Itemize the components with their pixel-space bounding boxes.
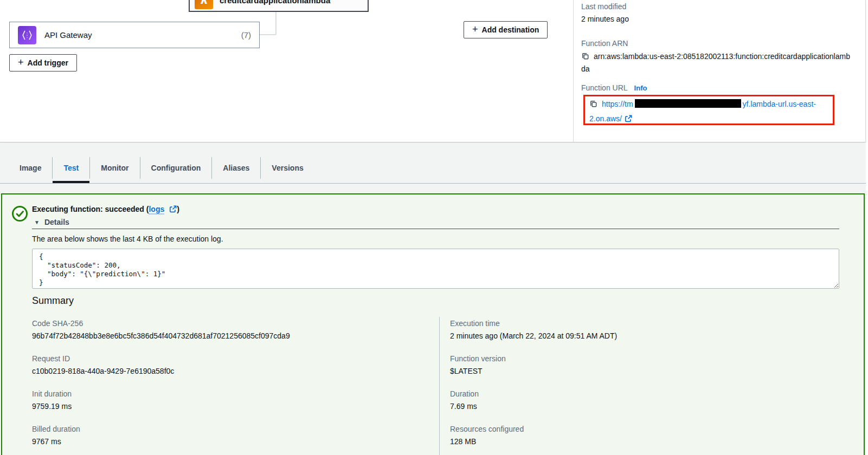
field-value: c10b0219-818a-440a-9429-7e6190a58f0c bbox=[32, 366, 412, 376]
trigger-node-label: API Gateway bbox=[44, 30, 92, 40]
tab-monitor[interactable]: Monitor bbox=[90, 157, 139, 183]
node-connector-vertical bbox=[275, 12, 277, 35]
copy-icon[interactable] bbox=[589, 99, 597, 112]
logs-link[interactable]: logs bbox=[149, 205, 164, 214]
function-node-label: creditcardapplicationlambda bbox=[220, 0, 330, 5]
field-value: 7.69 ms bbox=[450, 401, 830, 412]
redaction-bar bbox=[635, 99, 741, 108]
tab-configuration[interactable]: Configuration bbox=[140, 157, 212, 183]
field-value: $LATEST bbox=[450, 366, 830, 376]
api-gateway-icon bbox=[18, 26, 36, 44]
add-trigger-button[interactable]: + Add trigger bbox=[9, 54, 77, 72]
info-link[interactable]: Info bbox=[634, 84, 647, 92]
field-label: Billed duration bbox=[32, 424, 412, 434]
add-destination-button[interactable]: + Add destination bbox=[464, 21, 548, 38]
function-tabs: Image Test Monitor Configuration Aliases… bbox=[9, 157, 314, 183]
last-modified-label: Last modified bbox=[581, 2, 626, 12]
node-connector-horizontal bbox=[260, 34, 276, 35]
details-divider bbox=[32, 229, 839, 229]
log-description: The area below shows the last 4 KB of th… bbox=[32, 233, 223, 244]
trigger-count-badge: (7) bbox=[241, 30, 251, 40]
summary-heading: Summary bbox=[32, 295, 74, 307]
status-text-start: Executing function: succeeded ( bbox=[32, 205, 149, 213]
caret-down-icon: ▼ bbox=[34, 219, 40, 225]
function-arn-row: arn:aws:lambda:us-east-2:085182002113:fu… bbox=[581, 51, 852, 75]
tab-aliases[interactable]: Aliases bbox=[212, 157, 260, 183]
function-url-link[interactable]: https://tmyf.lambda-url.us-east-2.on.aws… bbox=[589, 100, 816, 123]
summary-field-billed-duration: Billed duration 9767 ms bbox=[32, 424, 412, 447]
lambda-function-page: λ creditcardapplicationlambda API Gatewa… bbox=[0, 0, 868, 455]
function-node[interactable]: λ creditcardapplicationlambda bbox=[189, 0, 369, 12]
function-url-highlight-box: https://tmyf.lambda-url.us-east-2.on.aws… bbox=[583, 95, 834, 125]
last-modified-value: 2 minutes ago bbox=[581, 14, 629, 24]
add-destination-label: Add destination bbox=[482, 25, 539, 34]
overview-panel-divider bbox=[573, 0, 574, 142]
summary-column-divider bbox=[439, 317, 440, 455]
field-value: 128 MB bbox=[450, 436, 830, 447]
field-label: Resources configured bbox=[450, 424, 830, 434]
summary-field-init-duration: Init duration 9759.19 ms bbox=[32, 388, 412, 412]
add-trigger-label: Add trigger bbox=[28, 58, 68, 67]
execution-status-heading: Executing function: succeeded (logs ) bbox=[32, 204, 179, 216]
details-label: Details bbox=[44, 218, 69, 226]
summary-field-code-sha: Code SHA-256 96b74f72b42848bb3e8e6bc5fc3… bbox=[32, 318, 412, 341]
trigger-node-api-gateway[interactable]: API Gateway (7) bbox=[9, 22, 260, 48]
summary-field-execution-time: Execution time 2 minutes ago (March 22, … bbox=[450, 318, 830, 341]
field-label: Init duration bbox=[32, 388, 412, 399]
tab-image[interactable]: Image bbox=[9, 157, 52, 183]
function-url-label: Function URL bbox=[581, 83, 628, 93]
summary-field-resources-configured: Resources configured 128 MB bbox=[450, 424, 830, 447]
field-value: 9759.19 ms bbox=[32, 401, 412, 412]
copy-icon[interactable] bbox=[581, 52, 589, 63]
function-overview-card: λ creditcardapplicationlambda API Gatewa… bbox=[0, 0, 866, 142]
function-arn-label: Function ARN bbox=[581, 38, 628, 49]
summary-field-function-version: Function version $LATEST bbox=[450, 353, 830, 376]
tab-versions[interactable]: Versions bbox=[261, 157, 314, 183]
details-expander[interactable]: ▼ Details bbox=[34, 218, 69, 226]
summary-field-request-id: Request ID c10b0219-818a-440a-9429-7e619… bbox=[32, 353, 412, 376]
summary-left-column: Code SHA-256 96b74f72b42848bb3e8e6bc5fc3… bbox=[32, 318, 412, 455]
external-link-icon[interactable] bbox=[169, 205, 177, 216]
function-url-prefix: https://tm bbox=[602, 100, 633, 108]
field-value: 9767 ms bbox=[32, 436, 412, 447]
summary-right-column: Execution time 2 minutes ago (March 22, … bbox=[450, 318, 830, 455]
field-label: Code SHA-256 bbox=[32, 318, 412, 329]
plus-icon: + bbox=[18, 57, 24, 67]
external-link-icon[interactable] bbox=[625, 113, 632, 127]
function-arn-value: arn:aws:lambda:us-east-2:085182002113:fu… bbox=[581, 52, 850, 73]
status-text-end: ) bbox=[177, 205, 179, 213]
field-label: Execution time bbox=[450, 318, 830, 329]
lambda-icon: λ bbox=[195, 0, 213, 9]
tabs-bottom-border bbox=[0, 183, 866, 184]
success-check-icon bbox=[11, 205, 28, 224]
field-label: Function version bbox=[450, 353, 830, 364]
field-label: Request ID bbox=[32, 353, 412, 364]
field-value: 2 minutes ago (March 22, 2024 at 09:51 A… bbox=[450, 330, 830, 341]
tab-test[interactable]: Test bbox=[53, 157, 89, 183]
plus-icon: + bbox=[472, 24, 478, 34]
field-label: Duration bbox=[450, 388, 830, 399]
field-value: 96b74f72b42848bb3e8e6bc5fc386d54f404732d… bbox=[32, 330, 412, 341]
execution-log-textarea[interactable]: { "statusCode": 200, "body": "{\"predict… bbox=[32, 249, 839, 289]
summary-field-duration: Duration 7.69 ms bbox=[450, 388, 830, 412]
test-result-panel: Executing function: succeeded (logs ) ▼ … bbox=[1, 193, 865, 455]
